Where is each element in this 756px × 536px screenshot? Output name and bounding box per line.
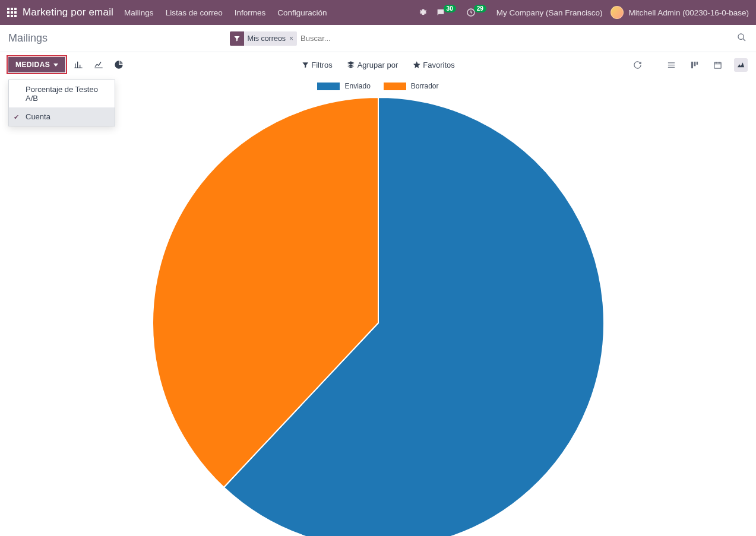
nav-item-listas[interactable]: Listas de correo — [166, 8, 223, 17]
filter-group: Filtros Agrupar por Favoritos — [301, 61, 455, 69]
topbar-right: 30 29 My Company (San Francisco) Mitchel… — [419, 6, 749, 19]
svg-rect-3 — [7, 11, 10, 14]
chart-type-switcher — [74, 60, 124, 69]
nav-item-configuracion[interactable]: Configuración — [277, 8, 327, 17]
medidas-dropdown: Porcentaje de Testeo A/B ✔ Cuenta — [8, 80, 115, 126]
nav-item-mailings[interactable]: Mailings — [124, 8, 154, 17]
svg-point-10 — [738, 34, 744, 39]
toolbar: MEDIDAS Porcentaje de Testeo A/B ✔ Cuent… — [0, 52, 756, 77]
pie-chart-icon[interactable] — [114, 60, 124, 69]
swatch-borrador — [384, 83, 406, 90]
svg-rect-0 — [7, 8, 10, 10]
bug-icon[interactable] — [419, 8, 428, 17]
legend-item-borrador[interactable]: Borrador — [384, 82, 439, 90]
chart-area: Enviado Borrador — [0, 77, 756, 536]
list-view-icon[interactable] — [665, 58, 678, 72]
company-name[interactable]: My Company (San Francisco) — [496, 8, 603, 17]
messages-icon[interactable]: 30 — [436, 8, 458, 17]
medidas-button[interactable]: MEDIDAS — [8, 57, 65, 72]
refresh-icon[interactable] — [631, 58, 644, 72]
svg-rect-6 — [7, 15, 10, 17]
dropdown-item-porcentaje[interactable]: Porcentaje de Testeo A/B — [9, 80, 115, 107]
filter-icon — [230, 31, 244, 46]
chart-legend: Enviado Borrador — [10, 82, 746, 90]
bar-chart-icon[interactable] — [74, 60, 83, 69]
user-name: Mitchell Admin (00230-16-0-base) — [628, 8, 749, 17]
svg-rect-13 — [697, 61, 698, 64]
filters-button[interactable]: Filtros — [301, 61, 332, 69]
search-chip-label: Mis correos — [244, 34, 289, 43]
nav-item-informes[interactable]: Informes — [235, 8, 266, 17]
swatch-enviado — [317, 83, 340, 90]
activities-icon[interactable]: 29 — [466, 8, 488, 17]
activities-badge: 29 — [474, 5, 486, 12]
subheader: Mailings Mis correos × — [0, 25, 756, 52]
nav-items: Mailings Listas de correo Informes Confi… — [124, 8, 327, 17]
search-chip: Mis correos × — [230, 31, 298, 46]
avatar — [611, 6, 624, 19]
svg-rect-5 — [14, 11, 17, 14]
calendar-view-icon[interactable] — [711, 58, 725, 72]
kanban-view-icon[interactable] — [688, 58, 701, 72]
pie-chart — [10, 91, 746, 536]
svg-rect-11 — [691, 61, 693, 68]
svg-rect-4 — [11, 11, 13, 14]
svg-rect-12 — [694, 61, 695, 66]
dropdown-item-cuenta[interactable]: ✔ Cuenta — [9, 107, 115, 126]
graph-view-icon[interactable] — [734, 58, 748, 72]
caret-down-icon — [53, 64, 58, 66]
app-brand[interactable]: Marketing por email — [23, 7, 113, 18]
search-icon[interactable] — [737, 33, 748, 44]
legend-label-borrador: Borrador — [411, 82, 439, 90]
breadcrumb[interactable]: Mailings — [8, 32, 48, 45]
apps-icon[interactable] — [7, 8, 17, 17]
line-chart-icon[interactable] — [94, 60, 103, 69]
topbar: Marketing por email Mailings Listas de c… — [0, 0, 756, 25]
messages-badge: 30 — [444, 5, 456, 12]
favorites-button[interactable]: Favoritos — [412, 61, 454, 69]
svg-rect-8 — [14, 15, 17, 17]
search-bar: Mis correos × — [230, 31, 527, 46]
user-menu[interactable]: Mitchell Admin (00230-16-0-base) — [611, 6, 749, 19]
search-input[interactable] — [297, 31, 475, 45]
svg-rect-14 — [714, 62, 721, 68]
medidas-label: MEDIDAS — [15, 61, 50, 69]
view-switcher — [631, 58, 748, 72]
svg-rect-1 — [11, 8, 13, 10]
medidas-wrap: MEDIDAS Porcentaje de Testeo A/B ✔ Cuent… — [8, 57, 65, 72]
groupby-button[interactable]: Agrupar por — [347, 61, 398, 69]
check-icon: ✔ — [14, 113, 19, 120]
legend-item-enviado[interactable]: Enviado — [317, 82, 370, 90]
svg-rect-2 — [14, 8, 17, 10]
search-chip-remove[interactable]: × — [288, 34, 297, 43]
svg-rect-7 — [11, 15, 13, 17]
legend-label-enviado: Enviado — [344, 82, 370, 90]
